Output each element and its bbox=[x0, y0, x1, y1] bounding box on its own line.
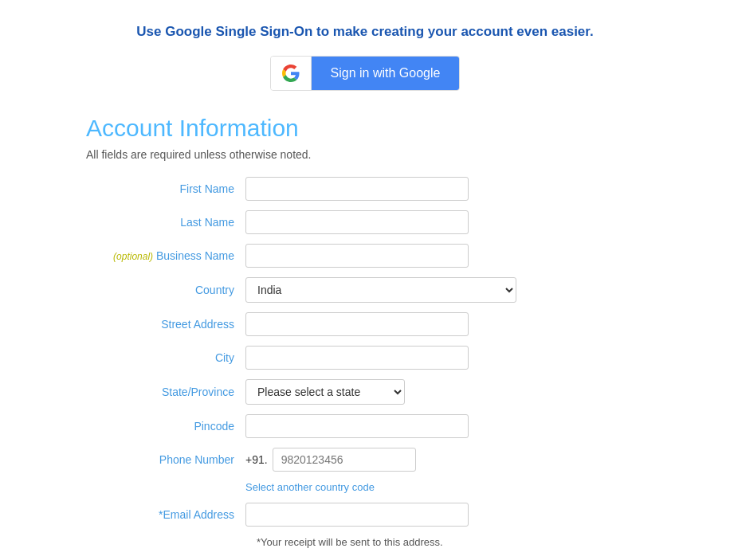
section-title: Account Information bbox=[86, 115, 644, 142]
pincode-row: Pincode bbox=[86, 414, 644, 438]
phone-input-group: +91. bbox=[245, 448, 416, 472]
phone-prefix: +91. bbox=[245, 453, 268, 466]
last-name-label: Last Name bbox=[86, 216, 245, 229]
phone-row: Phone Number +91. bbox=[86, 448, 644, 472]
business-name-row: (optional) Business Name bbox=[86, 244, 644, 268]
email-row: *Email Address bbox=[86, 503, 644, 527]
google-g-icon bbox=[282, 65, 300, 82]
phone-label: Phone Number bbox=[86, 453, 245, 466]
street-address-input[interactable] bbox=[245, 312, 469, 336]
first-name-row: First Name bbox=[86, 177, 644, 201]
city-input[interactable] bbox=[245, 346, 469, 370]
google-icon-wrapper bbox=[271, 57, 312, 90]
email-input[interactable] bbox=[245, 503, 469, 527]
country-code-link[interactable]: Select another country code bbox=[245, 481, 375, 493]
street-address-row: Street Address bbox=[86, 312, 644, 336]
last-name-input[interactable] bbox=[245, 210, 469, 234]
fields-note: All fields are required unless otherwise… bbox=[86, 148, 644, 161]
country-row: Country India United States United Kingd… bbox=[86, 277, 644, 303]
account-section: Account Information All fields are requi… bbox=[86, 115, 644, 548]
optional-tag: (optional) bbox=[113, 251, 153, 262]
state-row: State/Province Please select a state And… bbox=[86, 379, 644, 405]
business-name-label-text: Business Name bbox=[156, 249, 234, 262]
email-note: *Your receipt will be sent to this addre… bbox=[245, 536, 644, 548]
email-label: *Email Address bbox=[86, 508, 245, 521]
country-select[interactable]: India United States United Kingdom Canad… bbox=[245, 277, 516, 303]
country-code-row: Select another country code bbox=[86, 481, 644, 493]
city-label: City bbox=[86, 351, 245, 364]
state-select[interactable]: Please select a state Andhra Pradesh Mah… bbox=[245, 379, 405, 405]
first-name-label: First Name bbox=[86, 182, 245, 195]
first-name-input[interactable] bbox=[245, 177, 469, 201]
google-btn-text: Sign in with Google bbox=[312, 57, 460, 90]
street-address-label: Street Address bbox=[86, 318, 245, 331]
sso-banner: Use Google Single Sign-On to make creati… bbox=[16, 24, 714, 91]
pincode-input[interactable] bbox=[245, 414, 469, 438]
pincode-label: Pincode bbox=[86, 420, 245, 433]
city-row: City bbox=[86, 346, 644, 370]
sso-banner-text: Use Google Single Sign-On to make creati… bbox=[16, 24, 714, 40]
state-label: State/Province bbox=[86, 386, 245, 398]
business-name-input[interactable] bbox=[245, 244, 469, 268]
country-label: Country bbox=[86, 284, 245, 296]
business-name-label: (optional) Business Name bbox=[86, 249, 245, 262]
google-signin-button[interactable]: Sign in with Google bbox=[270, 56, 461, 91]
phone-input[interactable] bbox=[273, 448, 416, 472]
last-name-row: Last Name bbox=[86, 210, 644, 234]
